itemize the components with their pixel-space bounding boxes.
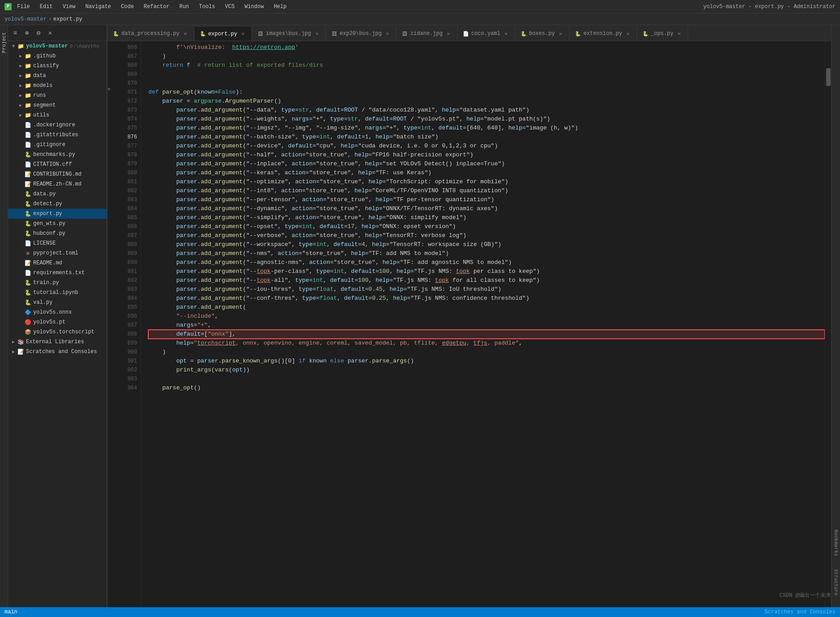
tab-close[interactable]: ✕	[182, 30, 189, 37]
code-line: opt = parser.parse_known_args()[0] if kn…	[148, 357, 825, 366]
tab-coco-yaml[interactable]: 📄coco.yaml✕	[457, 26, 515, 41]
tab-extension-py[interactable]: 🐍extension.py✕	[569, 26, 637, 41]
code-area[interactable]: f'\nVisualize: https://netron.app' ) ret…	[141, 41, 825, 607]
file-icon: 🐍	[24, 289, 31, 296]
line-number: 879	[116, 160, 137, 168]
tree-item-runs[interactable]: ▶📁runs	[8, 91, 107, 100]
gutter-line	[108, 50, 116, 59]
menu-window[interactable]: Window	[243, 3, 266, 11]
tab-close[interactable]: ✕	[557, 30, 564, 37]
menu-tools[interactable]: Tools	[197, 3, 217, 11]
gutter-line	[108, 185, 116, 194]
tree-item-CONTRIBUTING-md[interactable]: 📝CONTRIBUTING.md	[8, 169, 107, 179]
tree-item-data-py[interactable]: 🐍data.py	[8, 189, 107, 199]
line-number: 873	[116, 106, 137, 115]
tree-item--gitignore[interactable]: 📄.gitignore	[8, 140, 107, 150]
external-libraries[interactable]: ▶ 📚 External Libraries	[8, 337, 107, 347]
item-name: data.py	[33, 191, 56, 197]
tree-item-tutorial-ipynb[interactable]: 🐍tutorial.ipynb	[8, 288, 107, 298]
breadcrumb-file[interactable]: export.py	[53, 16, 82, 22]
menu-edit[interactable]: Edit	[38, 3, 55, 11]
tree-item-val-py[interactable]: 🐍val.py	[8, 298, 107, 307]
status-scratches[interactable]: Scratches and Consoles	[765, 609, 836, 615]
tab-close[interactable]: ✕	[445, 30, 452, 37]
close-btn[interactable]: ✕	[46, 29, 55, 38]
tab-close[interactable]: ✕	[625, 30, 631, 37]
folder-icon: 📁	[24, 62, 31, 69]
tree-item--github[interactable]: ▶📁.github	[8, 51, 107, 61]
tree-item-hubconf-py[interactable]: 🐍hubconf.py	[8, 229, 107, 238]
tree-item-yolov5s-pt[interactable]: 🔴yolov5s.pt	[8, 317, 107, 327]
code-line: parser.add_argument("--per-tensor", acti…	[148, 195, 825, 204]
tab--ops-py[interactable]: 🐍_ops.py✕	[637, 26, 688, 41]
menu-file[interactable]: File	[15, 3, 32, 11]
tab-close[interactable]: ✕	[314, 30, 320, 37]
tree-item-train-py[interactable]: 🐍train.py	[8, 278, 107, 288]
menu-refactor[interactable]: Refactor	[142, 3, 172, 11]
scrollbar-track[interactable]	[825, 41, 831, 607]
tree-item-segment[interactable]: ▶📁segment	[8, 100, 107, 110]
gutter-line	[108, 346, 116, 355]
file-spacer	[17, 181, 24, 188]
tree-item-pyproject-toml[interactable]: ⚙pyproject.toml	[8, 248, 107, 258]
tab-boxes-py[interactable]: 🐍boxes.py✕	[515, 26, 570, 41]
tree-item--gitattributes[interactable]: 📄.gitattributes	[8, 130, 107, 140]
menu-code[interactable]: Code	[119, 3, 136, 11]
tree-item-export-py[interactable]: 🐍export.py	[8, 209, 107, 219]
tree-item-yolov5s-onnx[interactable]: 🔷yolov5s.onnx	[8, 307, 107, 317]
line-number: 895	[116, 303, 137, 312]
scratches-consoles[interactable]: ▶ 📝 Scratches and Consoles	[8, 347, 107, 357]
tab-exp20-bus-jpg[interactable]: 🖼exp20\bus.jpg✕	[326, 26, 396, 41]
tree-item-benchmarks-py[interactable]: 🐍benchmarks.py	[8, 150, 107, 160]
tab-data-processing-py[interactable]: 🐍data_processing.py✕	[108, 26, 194, 41]
line-number: 893	[116, 285, 137, 294]
tree-item-gen-wts-py[interactable]: 🐍gen_wts.py	[8, 219, 107, 229]
menu-help[interactable]: Help	[272, 3, 289, 11]
tree-item-README-md[interactable]: 📝README.md	[8, 258, 107, 268]
tab-close[interactable]: ✕	[384, 30, 391, 37]
tree-item-yolov5s-torchscript[interactable]: 📦yolov5s.torchscript	[8, 327, 107, 337]
tab-close[interactable]: ✕	[240, 31, 246, 37]
tree-item-CITATION-cff[interactable]: 📄CITATION.cff	[8, 160, 107, 169]
gutter-markers: ▼	[108, 41, 116, 391]
tree-item-detect-py[interactable]: 🐍detect.py	[8, 199, 107, 209]
menu-view[interactable]: View	[61, 3, 78, 11]
tab-export-py[interactable]: 🐍export.py✕	[194, 26, 252, 41]
tree-item-data[interactable]: ▶📁data	[8, 71, 107, 81]
structure-tab[interactable]: Structure	[832, 566, 840, 598]
tree-item-requirements-txt[interactable]: 📄requirements.txt	[8, 268, 107, 278]
menu-run[interactable]: Run	[177, 3, 191, 11]
scrollbar-thumb[interactable]	[826, 68, 831, 86]
tree-item-models[interactable]: ▶📁models	[8, 81, 107, 91]
ext-arrow: ▶	[10, 338, 17, 345]
titlebar: P File Edit View Navigate Code Refactor …	[0, 0, 840, 13]
tree-item-LICENSE[interactable]: 📄LICENSE	[8, 238, 107, 248]
expand-btn[interactable]: ⊕	[22, 29, 31, 38]
menu-bar: File Edit View Navigate Code Refactor Ru…	[15, 3, 289, 11]
code-line: parser.add_argument(	[148, 303, 825, 312]
tree-item--dockerignore[interactable]: 📄.dockerignore	[8, 120, 107, 130]
line-number: 903	[116, 375, 137, 384]
bookmarks-tab[interactable]: Bookmarks	[832, 527, 840, 559]
project-tab[interactable]: Project	[0, 29, 8, 56]
tree-item-README-zh-CN-md[interactable]: 📝README.zh-CN.md	[8, 179, 107, 189]
tree-item-classify[interactable]: ▶📁classify	[8, 61, 107, 71]
file-icon: 📦	[24, 328, 31, 336]
fold-marker[interactable]: ▼	[108, 87, 111, 92]
tree-root[interactable]: ▼ 📁 yolov5-master D:\Aapytho	[8, 41, 107, 51]
tab-close[interactable]: ✕	[503, 30, 509, 37]
tab-zidane-jpg[interactable]: 🖼zidane.jpg✕	[396, 26, 457, 41]
tab-images-bus-jpg[interactable]: 🖼images\bus.jpg✕	[252, 26, 326, 41]
code-editor[interactable]: ▼ 86686786886987087187287387487587687787…	[108, 41, 831, 607]
menu-navigate[interactable]: Navigate	[83, 3, 113, 11]
file-icon: 📝	[24, 181, 31, 188]
collapse-all-btn[interactable]: ≡	[11, 29, 20, 38]
tab-close[interactable]: ✕	[676, 30, 682, 37]
breadcrumb-project[interactable]: yolov5-master	[4, 16, 47, 22]
settings-btn[interactable]: ⚙	[34, 29, 43, 38]
item-name: detect.py	[33, 201, 62, 207]
tree-item-utils[interactable]: ▶📁utils	[8, 110, 107, 120]
code-line: parser.add_argument("--imgsz", "--img", …	[148, 124, 825, 133]
menu-vcs[interactable]: VCS	[223, 3, 237, 11]
line-number: 871	[116, 88, 137, 97]
